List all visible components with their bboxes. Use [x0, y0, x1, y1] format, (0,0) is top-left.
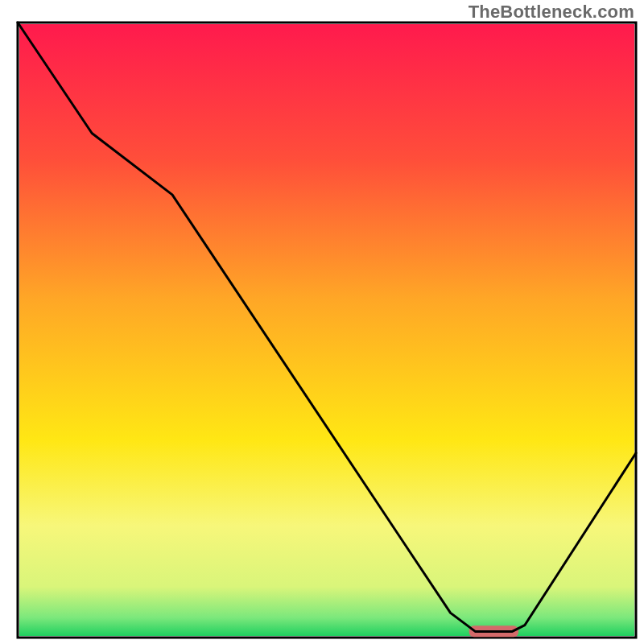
chart-frame: TheBottleneck.com [0, 0, 644, 644]
bottleneck-chart [0, 0, 644, 644]
plot-background [19, 24, 634, 636]
